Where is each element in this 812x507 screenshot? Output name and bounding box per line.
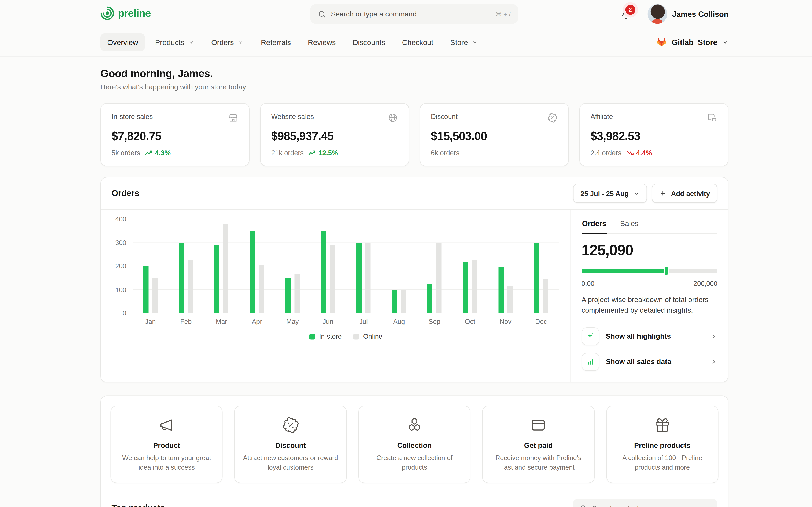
- action-card-description: Receive money with Preline's fast and se…: [490, 453, 587, 473]
- bar-online: [152, 278, 158, 313]
- notification-badge: 2: [625, 4, 636, 14]
- bar-online: [188, 260, 193, 313]
- action-card-preline-products[interactable]: Preline products A collection of 100+ Pr…: [606, 405, 718, 483]
- date-range-label: 25 Jul - 25 Aug: [580, 189, 629, 197]
- global-search[interactable]: ⌘ + /: [310, 4, 518, 24]
- search-input[interactable]: [331, 10, 491, 18]
- stat-trend: 4.4%: [626, 149, 652, 157]
- orders-section: Orders 25 Jul - 25 Aug Add activity: [100, 177, 728, 382]
- trend-up-icon: [308, 150, 316, 156]
- chart-month-group: [204, 219, 239, 313]
- logo-text: preline: [118, 7, 151, 19]
- nav-label: Products: [155, 38, 184, 46]
- legend-label: Online: [363, 333, 382, 340]
- show-all-highlights-link[interactable]: Show all highlights: [581, 324, 717, 349]
- legend-item-in-store: In-store: [309, 333, 342, 340]
- stat-orders: 2.4 orders: [591, 149, 621, 157]
- action-card-collection[interactable]: Collection Create a new collection of pr…: [358, 405, 470, 483]
- chart-month-group: [133, 219, 168, 313]
- main-nav: Overview Products Orders Referrals Revie…: [0, 28, 812, 57]
- chart-month-group: [168, 219, 204, 313]
- legend-label: In-store: [319, 333, 342, 340]
- nav-item-store[interactable]: Store: [444, 33, 485, 51]
- stat-value: $985,937.45: [271, 129, 398, 143]
- preline-logo-icon: [100, 6, 114, 20]
- summary-tabs: Orders Sales: [581, 210, 717, 234]
- add-activity-button[interactable]: Add activity: [652, 184, 717, 203]
- stat-card-in-store-sales: In-store sales $7,820.75 5k orders 4.3%: [100, 103, 250, 166]
- nav-label: Overview: [107, 38, 138, 46]
- action-card-discount[interactable]: Discount Attract new customers or reward…: [234, 405, 347, 483]
- action-card-product[interactable]: Product We can help to turn your great i…: [111, 405, 223, 483]
- show-all-sales-data-link[interactable]: Show all sales data: [581, 349, 717, 374]
- nav-label: Checkout: [402, 38, 433, 46]
- chart-month-group: [417, 219, 452, 313]
- avatar: [648, 4, 667, 24]
- chevron-down-icon: [238, 39, 244, 45]
- progress-marker[interactable]: [665, 267, 668, 275]
- bar-online: [543, 279, 548, 313]
- nav-item-referrals[interactable]: Referrals: [254, 33, 298, 51]
- chart-legend: In-store Online: [133, 333, 559, 340]
- products-search[interactable]: [573, 499, 717, 507]
- stat-card-discount: Discount $15,503.00 6k orders: [420, 103, 569, 166]
- orders-bar-chart: 4003002001000 JanFebMarAprMayJunJulAugSe…: [101, 210, 570, 382]
- bar-online: [223, 224, 229, 313]
- action-card-description: Attract new customers or reward loyal cu…: [242, 453, 339, 473]
- bar-online: [507, 285, 513, 313]
- bar-in-store: [392, 290, 397, 313]
- month-label: Feb: [168, 318, 204, 325]
- products-search-input[interactable]: [592, 504, 711, 507]
- bar-in-store: [214, 245, 220, 313]
- action-card-get-paid[interactable]: Get paid Receive money with Preline's fa…: [482, 405, 595, 483]
- dashboard-page: preline ⌘ + / 2 James Collison Overview: [0, 0, 812, 507]
- nav-label: Reviews: [308, 38, 336, 46]
- orders-progress-slider[interactable]: [581, 267, 717, 275]
- nav-item-checkout[interactable]: Checkout: [395, 33, 440, 51]
- orders-total: 125,090: [581, 242, 717, 259]
- preline-logo[interactable]: preline: [100, 6, 151, 20]
- bar-chart-icon: [581, 352, 600, 371]
- affiliate-icon: [707, 113, 717, 123]
- bar-in-store: [498, 267, 504, 313]
- date-range-button[interactable]: 25 Jul - 25 Aug: [573, 184, 647, 203]
- bottom-section: Product We can help to turn your great i…: [100, 395, 728, 507]
- action-cards-row: Product We can help to turn your great i…: [111, 405, 718, 483]
- user-menu[interactable]: James Collison: [648, 4, 728, 24]
- stat-trend: 12.5%: [308, 149, 338, 157]
- tab-orders[interactable]: Orders: [581, 216, 607, 234]
- nav-item-products[interactable]: Products: [148, 33, 201, 51]
- page-subtitle: Here's what's happening with your store …: [100, 83, 728, 91]
- store-switcher[interactable]: Gitlab_Store: [656, 37, 728, 48]
- greeting-section: Good morning, James. Here's what's happe…: [100, 68, 728, 91]
- nav-label: Discounts: [353, 38, 385, 46]
- discount-badge-icon: [547, 113, 558, 123]
- bar-online: [330, 245, 335, 313]
- chart-month-group: [523, 219, 559, 313]
- gitlab-icon: [656, 37, 667, 48]
- nav-item-reviews[interactable]: Reviews: [301, 33, 343, 51]
- sparkles-icon: [581, 327, 600, 345]
- tab-sales[interactable]: Sales: [620, 216, 639, 234]
- bar-in-store: [143, 266, 149, 313]
- megaphone-icon: [118, 416, 215, 434]
- chart-month-group: [310, 219, 346, 313]
- nav-item-overview[interactable]: Overview: [100, 33, 145, 51]
- nav-item-orders[interactable]: Orders: [204, 33, 251, 51]
- discount-badge-icon: [242, 416, 339, 434]
- month-label: May: [275, 318, 310, 325]
- orders-progress-fill: [581, 269, 666, 273]
- bar-in-store: [321, 231, 326, 313]
- orders-summary-panel: Orders Sales 125,090 0.00 200,000 A: [570, 210, 728, 382]
- orders-title: Orders: [112, 189, 139, 198]
- bar-online: [472, 260, 477, 313]
- chart-month-labels: JanFebMarAprMayJunJulAugSepOctNovDec: [133, 318, 559, 325]
- notifications-button[interactable]: 2: [620, 8, 632, 20]
- chart-month-group: [488, 219, 523, 313]
- user-name: James Collison: [672, 10, 728, 18]
- bar-in-store: [285, 278, 291, 313]
- chevron-down-icon: [722, 39, 728, 45]
- stat-value: $15,503.00: [431, 129, 558, 143]
- stat-orders: 6k orders: [431, 149, 460, 157]
- nav-item-discounts[interactable]: Discounts: [346, 33, 392, 51]
